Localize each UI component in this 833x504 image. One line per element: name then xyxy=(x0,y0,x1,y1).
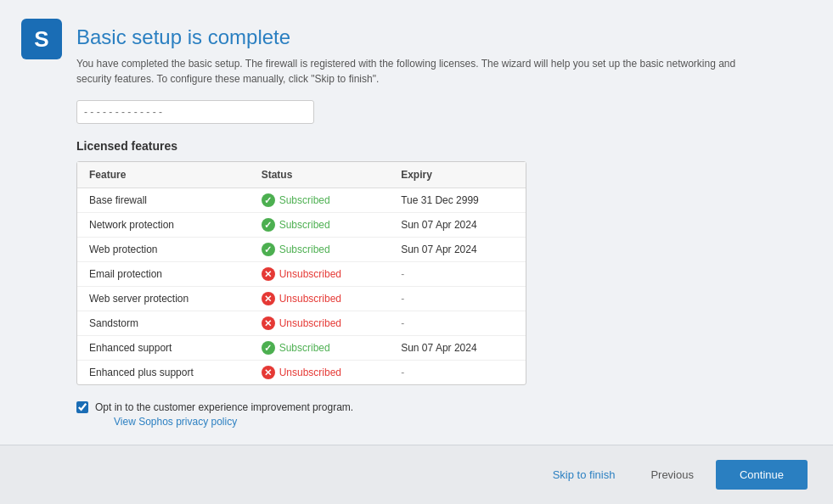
status-text: Unsubscribed xyxy=(279,293,341,305)
subscribed-icon: ✓ xyxy=(262,218,275,232)
status-cell: ✓Subscribed xyxy=(250,336,390,361)
opt-in-label[interactable]: Opt in to the customer experience improv… xyxy=(95,401,353,413)
expiry-cell: - xyxy=(389,361,526,385)
table-row: Enhanced plus support✕Unsubscribed- xyxy=(77,361,526,385)
feature-cell: Enhanced support xyxy=(77,336,250,361)
status-text: Subscribed xyxy=(279,342,330,354)
status-text: Subscribed xyxy=(279,244,330,255)
feature-cell: Email protection xyxy=(77,262,250,287)
sophos-logo: S xyxy=(21,19,62,59)
status-text: Unsubscribed xyxy=(279,317,341,329)
table-row: Web server protection✕Unsubscribed- xyxy=(77,287,526,311)
status-text: Unsubscribed xyxy=(279,268,341,280)
expiry-cell: Tue 31 Dec 2999 xyxy=(389,188,526,213)
status-cell: ✓Subscribed xyxy=(250,238,390,262)
subscribed-icon: ✓ xyxy=(262,243,275,256)
subscribed-icon: ✓ xyxy=(262,193,275,207)
privacy-policy-link[interactable]: View Sophos privacy policy xyxy=(114,416,353,428)
feature-cell: Web protection xyxy=(77,238,250,262)
content-area: S Basic setup is complete You have compl… xyxy=(0,0,833,445)
status-cell: ✓Subscribed xyxy=(250,188,390,213)
col-feature: Feature xyxy=(77,162,250,188)
page-title: Basic setup is complete xyxy=(76,25,799,49)
continue-button[interactable]: Continue xyxy=(716,460,808,490)
feature-cell: Sandstorm xyxy=(77,311,250,336)
features-table-container: Feature Status Expiry Base firewall✓Subs… xyxy=(76,161,526,385)
expiry-cell: Sun 07 Apr 2024 xyxy=(389,336,526,361)
opt-in-row: Opt in to the customer experience improv… xyxy=(76,400,799,428)
table-row: Sandstorm✕Unsubscribed- xyxy=(77,311,526,336)
footer-bar: Skip to finish Previous Continue xyxy=(0,445,833,504)
status-cell: ✕Unsubscribed xyxy=(250,361,390,385)
features-table: Feature Status Expiry Base firewall✓Subs… xyxy=(77,162,526,384)
col-expiry: Expiry xyxy=(389,162,526,188)
logo-letter: S xyxy=(34,26,48,53)
page-container: S Basic setup is complete You have compl… xyxy=(0,0,833,504)
unsubscribed-icon: ✕ xyxy=(262,316,275,330)
feature-cell: Network protection xyxy=(77,213,250,238)
expiry-cell: Sun 07 Apr 2024 xyxy=(389,238,526,262)
opt-in-text-container: Opt in to the customer experience improv… xyxy=(95,400,353,428)
unsubscribed-icon: ✕ xyxy=(262,267,275,281)
licensed-features-label: Licensed features xyxy=(76,139,799,153)
feature-cell: Enhanced plus support xyxy=(77,361,250,385)
table-row: Network protection✓SubscribedSun 07 Apr … xyxy=(77,213,526,238)
subscribed-icon: ✓ xyxy=(262,341,275,355)
expiry-cell: Sun 07 Apr 2024 xyxy=(389,213,526,238)
expiry-cell: - xyxy=(389,287,526,311)
previous-button[interactable]: Previous xyxy=(637,462,707,488)
col-status: Status xyxy=(250,162,390,188)
unsubscribed-icon: ✕ xyxy=(262,292,275,305)
table-row: Base firewall✓SubscribedTue 31 Dec 2999 xyxy=(77,188,526,213)
status-cell: ✕Unsubscribed xyxy=(250,262,390,287)
table-row: Email protection✕Unsubscribed- xyxy=(77,262,526,287)
skip-to-finish-button[interactable]: Skip to finish xyxy=(539,462,629,488)
status-text: Subscribed xyxy=(279,219,330,231)
feature-cell: Base firewall xyxy=(77,188,250,213)
expiry-cell: - xyxy=(389,262,526,287)
serial-input[interactable] xyxy=(76,100,314,124)
status-text: Unsubscribed xyxy=(279,367,341,378)
unsubscribed-icon: ✕ xyxy=(262,366,275,379)
status-cell: ✕Unsubscribed xyxy=(250,311,390,336)
status-cell: ✓Subscribed xyxy=(250,213,390,238)
table-header-row: Feature Status Expiry xyxy=(77,162,526,188)
table-row: Web protection✓SubscribedSun 07 Apr 2024 xyxy=(77,238,526,262)
status-text: Subscribed xyxy=(279,194,330,206)
opt-in-checkbox[interactable] xyxy=(76,401,88,413)
expiry-cell: - xyxy=(389,311,526,336)
status-cell: ✕Unsubscribed xyxy=(250,287,390,311)
page-description: You have completed the basic setup. The … xyxy=(76,56,773,87)
feature-cell: Web server protection xyxy=(77,287,250,311)
table-row: Enhanced support✓SubscribedSun 07 Apr 20… xyxy=(77,336,526,361)
